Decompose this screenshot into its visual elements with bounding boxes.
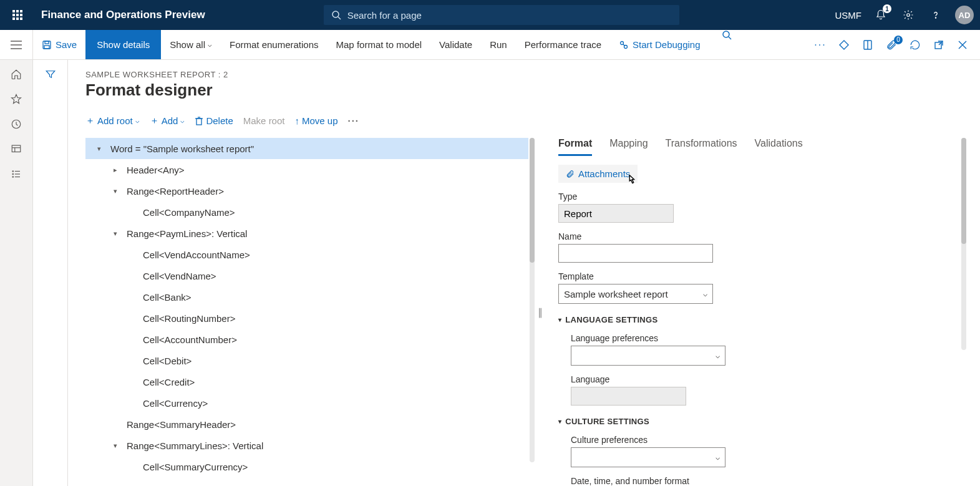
validate-button[interactable]: Validate	[430, 30, 481, 59]
attachments-badge: 0	[894, 36, 903, 44]
tree-node[interactable]: Cell<SummaryCurrency>	[85, 456, 528, 477]
global-search[interactable]: Search for a page	[324, 5, 679, 25]
hamburger-icon[interactable]	[0, 30, 33, 59]
panel-scrollbar[interactable]	[961, 138, 966, 350]
page-title: Format designer	[85, 80, 966, 100]
tree-node-label: Cell<Bank>	[143, 292, 192, 303]
diamond-icon[interactable]	[837, 39, 851, 51]
workspace-icon[interactable]	[11, 143, 22, 155]
tree-node-label: Cell<RoutingNumber>	[143, 313, 235, 324]
start-debugging-button[interactable]: Start Debugging	[610, 30, 709, 59]
help-icon[interactable]	[928, 7, 944, 23]
language-preferences-select[interactable]: ⌵	[571, 346, 725, 366]
splitter[interactable]: ∥	[537, 138, 543, 486]
page-icon[interactable]	[860, 39, 875, 51]
waffle-icon[interactable]	[6, 4, 29, 26]
app-title: Finance and Operations Preview	[29, 9, 205, 21]
caret-down-icon[interactable]	[110, 442, 120, 450]
culture-settings-header[interactable]: CULTURE SETTINGS	[558, 417, 966, 426]
refresh-icon[interactable]	[908, 39, 923, 51]
type-label: Type	[558, 192, 966, 202]
culture-preferences-select[interactable]: ⌵	[571, 447, 725, 467]
format-enumerations-button[interactable]: Format enumerations	[221, 30, 327, 59]
tree-node[interactable]: Range<SummaryHeader>	[85, 414, 528, 435]
tree-node[interactable]: Cell<Bank>	[85, 286, 528, 308]
svg-point-27	[12, 173, 14, 175]
left-rail	[0, 60, 33, 486]
add-root-button[interactable]: ＋Add root⌵	[85, 115, 140, 127]
tree-node[interactable]: Cell<VendName>	[85, 265, 528, 286]
tree-node-label: Range<SummaryHeader>	[127, 419, 236, 430]
svg-point-2	[907, 14, 910, 17]
gear-icon[interactable]	[900, 7, 916, 23]
tab-validations[interactable]: Validations	[755, 138, 803, 156]
save-label: Save	[56, 39, 77, 50]
tree-node[interactable]: Cell<RoutingNumber>	[85, 308, 528, 329]
move-up-button[interactable]: ↑Move up	[294, 115, 337, 126]
tree-node-label: Cell<Credit>	[143, 377, 195, 387]
chevron-down-icon: ⌵	[135, 117, 140, 125]
search-icon	[331, 10, 341, 20]
overflow-button[interactable]: ···	[348, 115, 360, 126]
star-icon[interactable]	[11, 94, 22, 105]
search-icon-small[interactable]	[722, 30, 732, 59]
popout-icon[interactable]	[931, 40, 946, 50]
tree-node[interactable]: Word = "Sample worksheet report"	[85, 138, 528, 159]
add-button[interactable]: ＋Add⌵	[150, 115, 185, 127]
show-all-button[interactable]: Show all⌵	[161, 30, 221, 59]
template-select[interactable]: Sample worksheet report⌵	[558, 284, 713, 304]
name-field[interactable]	[558, 244, 713, 263]
tree-node-label: Word = "Sample worksheet report"	[110, 143, 254, 154]
tree-node[interactable]: Header<Any>	[85, 159, 528, 180]
tree-node-label: Cell<VendAccountName>	[143, 250, 250, 260]
tab-mapping[interactable]: Mapping	[609, 138, 648, 156]
language-field	[571, 387, 686, 406]
caret-down-icon[interactable]	[110, 187, 120, 195]
tree-scrollbar[interactable]	[530, 138, 535, 462]
paperclip-icon	[566, 169, 575, 179]
map-format-button[interactable]: Map format to model	[327, 30, 431, 59]
svg-line-14	[729, 37, 731, 39]
tree-node-label: Header<Any>	[127, 165, 185, 175]
save-button[interactable]: Save	[33, 30, 85, 59]
tree-node[interactable]: Range<SummaryLines>: Vertical	[85, 435, 528, 456]
home-icon[interactable]	[11, 69, 22, 80]
main-content: SAMPLE WORKSHEET REPORT : 2 Format desig…	[68, 60, 980, 486]
caret-right-icon[interactable]	[110, 166, 120, 174]
run-button[interactable]: Run	[481, 30, 516, 59]
language-label: Language	[571, 374, 966, 384]
close-icon[interactable]	[955, 41, 970, 49]
language-settings-header[interactable]: LANGUAGE SETTINGS	[558, 315, 966, 324]
arrow-up-icon: ↑	[294, 115, 299, 126]
delete-button[interactable]: Delete	[195, 115, 233, 126]
caret-down-icon[interactable]	[110, 230, 120, 238]
legal-entity[interactable]: USMF	[835, 10, 862, 21]
tree-node[interactable]: Cell<CompanyName>	[85, 202, 528, 223]
modules-icon[interactable]	[11, 168, 22, 180]
tree-node[interactable]: Range<ReportHeader>	[85, 180, 528, 202]
filter-icon[interactable]	[45, 69, 56, 486]
clock-icon[interactable]	[11, 119, 22, 130]
attachments-button[interactable]: Attachments	[558, 165, 638, 183]
tab-format[interactable]: Format	[558, 138, 592, 156]
bell-icon[interactable]: 1	[873, 7, 889, 23]
show-details-button[interactable]: Show details	[85, 30, 161, 59]
tree-node-label: Range<ReportHeader>	[127, 186, 224, 197]
tree-node-label: Range<SummaryLines>: Vertical	[127, 440, 263, 451]
tree-node-label: Cell<SummaryCurrency>	[143, 462, 248, 472]
tree-node[interactable]: Range<PaymLines>: Vertical	[85, 223, 528, 244]
more-icon[interactable]: ···	[813, 39, 828, 51]
svg-line-12	[623, 44, 624, 46]
tree-node[interactable]: Cell<VendAccountName>	[85, 244, 528, 265]
tree-node[interactable]: Cell<Credit>	[85, 371, 528, 392]
attachments-icon[interactable]: 0	[884, 39, 899, 51]
tree-node[interactable]: Cell<Currency>	[85, 392, 528, 414]
tree-node[interactable]: Cell<Debit>	[85, 350, 528, 371]
tree-node[interactable]: Cell<AccountNumber>	[85, 329, 528, 350]
breadcrumb: SAMPLE WORKSHEET REPORT : 2	[85, 70, 966, 79]
tab-transformations[interactable]: Transformations	[666, 138, 737, 156]
caret-down-icon[interactable]	[94, 145, 104, 153]
avatar[interactable]: AD	[955, 6, 974, 24]
performance-trace-button[interactable]: Performance trace	[516, 30, 610, 59]
plus-icon: ＋	[150, 115, 159, 127]
